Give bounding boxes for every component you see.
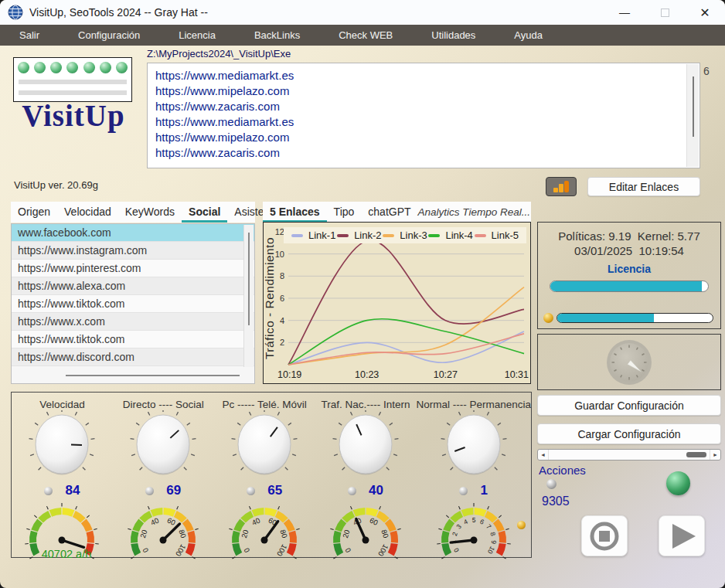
url-list-item[interactable]: https://www.zacaris.com <box>155 99 692 114</box>
url-list-item[interactable]: https://www.zacaris.com <box>155 145 692 161</box>
play-button[interactable] <box>659 515 705 556</box>
menu-item-utilidades[interactable]: Utilidades <box>431 29 475 41</box>
tab-tipo[interactable]: Tipo <box>327 202 362 223</box>
license-progress-fill <box>550 281 702 291</box>
gauge: 020406080100 <box>214 498 315 563</box>
menu-item-backlinks[interactable]: BackLinks <box>254 29 300 41</box>
knob-value-row: 84 <box>44 483 80 498</box>
license-label: Licencia <box>538 263 720 275</box>
svg-text:5: 5 <box>471 516 475 524</box>
knob-dial[interactable] <box>431 410 516 484</box>
analog-gauge-icon: 020406080100 <box>315 498 416 560</box>
svg-text:20: 20 <box>240 529 250 539</box>
social-list-item[interactable]: https://www.tiktok.com <box>12 331 254 348</box>
tab-origen[interactable]: Origen <box>11 202 57 223</box>
svg-text:100: 100 <box>175 543 188 558</box>
stop-button[interactable] <box>581 515 628 556</box>
close-button[interactable]: ✕ <box>685 0 725 25</box>
social-list-item[interactable]: https://www.tiktok.com <box>12 295 254 313</box>
knob-value-row: 65 <box>247 483 282 498</box>
tab-social[interactable]: Social <box>182 202 227 223</box>
horizontal-scrollbar[interactable]: ◄ ► <box>537 449 721 461</box>
url-list-item[interactable]: https://www.mipelazo.com <box>155 130 692 145</box>
social-list-vscrollbar-thumb[interactable] <box>248 233 250 325</box>
analytics-button[interactable] <box>546 177 577 196</box>
brand-title: VisitUp <box>9 98 138 133</box>
save-config-button[interactable]: Guardar Configuración <box>537 395 721 416</box>
tab-velocidad[interactable]: Velocidad <box>57 202 118 223</box>
knob-column-3: Pc ----- Telé. Móvil65020406080100 <box>214 393 315 557</box>
menu-item-licencia[interactable]: Licencia <box>179 29 216 41</box>
svg-text:80: 80 <box>380 529 390 539</box>
url-list-scrollbar-thumb[interactable] <box>693 76 694 137</box>
analog-gauge-icon: 020406080100 <box>113 498 213 560</box>
globe-icon <box>8 5 23 20</box>
legend-item: Link-4 <box>428 229 472 241</box>
tab-chatgpt[interactable]: chatGPT <box>361 202 417 223</box>
clock-panel <box>537 334 721 390</box>
legend-color-dash <box>291 234 303 237</box>
menu-item-configuración[interactable]: Configuración <box>78 29 140 41</box>
tab-keywords[interactable]: KeyWords <box>118 202 182 223</box>
svg-text:6: 6 <box>280 294 284 303</box>
analytics-realtime-label: Analytics Tiempo Real... <box>418 206 536 223</box>
load-config-button[interactable]: Cargar Configuración <box>537 423 721 444</box>
knob-dial-icon <box>222 410 307 481</box>
knob-column-4: Traf. Nac.---- Intern40020406080100 <box>315 393 417 557</box>
social-list-vscrollbar[interactable] <box>243 225 254 367</box>
svg-text:0: 0 <box>452 546 461 553</box>
knob-dial[interactable] <box>19 410 104 484</box>
scroll-right-arrow-icon[interactable]: ► <box>710 450 720 460</box>
social-list-item[interactable]: https://www.x.com <box>12 313 254 331</box>
social-list-item[interactable]: www.facebook.com <box>12 224 254 242</box>
social-list-item[interactable]: https://www.pinterest.com <box>12 260 254 277</box>
tab-5-enlaces[interactable]: 5 Enlaces <box>263 202 327 223</box>
url-listbox[interactable]: https://www.mediamarkt.eshttps://www.mip… <box>147 63 700 168</box>
url-list-item[interactable]: https://www.mipelazo.com <box>155 83 692 99</box>
chart-legend: Link-1Link-2Link-3Link-4Link-5 <box>284 227 526 243</box>
analog-gauge-icon: 40702 a/h <box>12 498 112 560</box>
gold-sphere-icon <box>517 521 526 529</box>
url-list-item[interactable]: https://www.mediamarkt.es <box>155 114 692 130</box>
gauge: 012345678910 <box>424 498 524 563</box>
social-list-hscrollbar[interactable] <box>66 375 240 376</box>
svg-text:10:31: 10:31 <box>505 369 529 380</box>
knob-value: 69 <box>166 483 181 498</box>
chart-tabstrip: 5 EnlacesTipochatGPTAnalytics Tiempo Rea… <box>263 202 531 223</box>
url-count-badge: 6 <box>703 65 710 77</box>
minimize-button[interactable]: — <box>604 0 645 25</box>
legend-label: Link-4 <box>445 229 472 241</box>
traffic-line-chart: 2468101210:1910:2310:2710:31Tráfico - Re… <box>264 223 530 383</box>
titlebar: VisitUp, SeoTools 2024 -- Gray Hat -- — … <box>0 0 725 25</box>
knob-dial[interactable] <box>121 410 206 484</box>
logo-dot-icon <box>116 62 128 73</box>
url-list-scrollbar[interactable] <box>686 64 699 167</box>
svg-text:100: 100 <box>376 543 390 558</box>
legend-item: Link-1 <box>291 229 335 241</box>
mini-sphere-icon <box>145 487 154 495</box>
menubar: SalirConfiguraciónLicenciaBackLinksCheck… <box>0 25 725 46</box>
svg-text:6: 6 <box>478 518 485 526</box>
menu-item-salir[interactable]: Salir <box>19 29 39 41</box>
scroll-left-arrow-icon[interactable]: ◄ <box>538 450 549 460</box>
social-list-item[interactable]: https://www.instagram.com <box>12 242 254 260</box>
activity-row <box>543 313 713 323</box>
knob-dial[interactable] <box>323 410 408 484</box>
knob-dial[interactable] <box>222 410 307 484</box>
social-list-item[interactable]: https://www.alexa.com <box>12 277 254 295</box>
menu-item-check-web[interactable]: Check WEB <box>339 29 393 41</box>
menu-item-ayuda[interactable]: Ayuda <box>514 29 543 41</box>
analytics-bars-icon <box>553 180 570 193</box>
svg-text:4: 4 <box>462 518 469 526</box>
date-value: 03/01/2025 <box>574 244 632 257</box>
scrollbar-thumb[interactable] <box>686 452 706 457</box>
logo-dot-icon <box>18 62 29 73</box>
maximize-button[interactable] <box>645 0 685 25</box>
social-list-item[interactable]: https://www.discord.com <box>12 348 254 366</box>
status-panel: Políticas: 9.19 Kernel: 5.77 03/01/2025 … <box>537 222 721 329</box>
svg-text:10:19: 10:19 <box>277 369 301 380</box>
logo-dot-icon <box>66 62 78 73</box>
edit-links-button[interactable]: Editar Enlaces <box>587 177 700 196</box>
svg-text:10: 10 <box>275 250 284 259</box>
url-list-item[interactable]: https://www.mediamarkt.es <box>155 68 692 83</box>
